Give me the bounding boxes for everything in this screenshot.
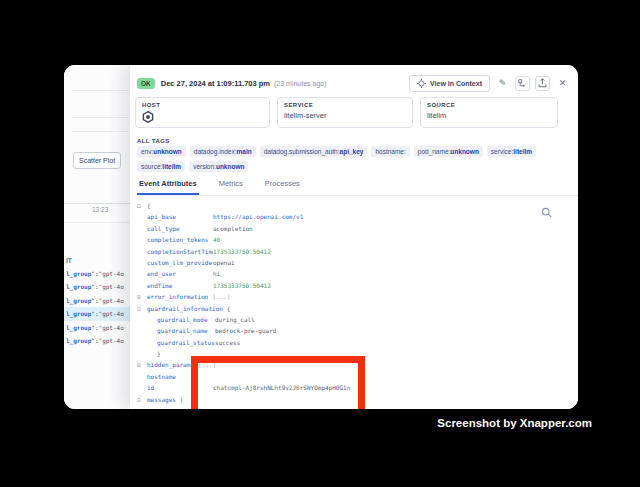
list-item-key: l_group bbox=[66, 324, 91, 331]
expand-icon[interactable] bbox=[137, 359, 147, 370]
attribute-key: custom_llm_provider bbox=[147, 257, 213, 268]
attribute-value: during_call bbox=[215, 314, 255, 325]
list-item-key: l_group bbox=[66, 297, 91, 304]
crosshair-icon bbox=[417, 79, 426, 88]
divider bbox=[72, 90, 128, 91]
view-in-context-button[interactable]: View in Context bbox=[409, 75, 490, 92]
collapse-icon[interactable] bbox=[137, 303, 147, 314]
tag-pill[interactable]: datadog.submission_authapi_key bbox=[260, 146, 368, 157]
collapse-icon[interactable] bbox=[137, 200, 147, 211]
tab-bar: Event Attributes Metrics Processes bbox=[137, 175, 578, 196]
attribute-key: guardrail_status bbox=[157, 337, 215, 348]
close-icon[interactable]: ✕ bbox=[555, 76, 570, 91]
attribute-key: guardrail_name bbox=[157, 325, 215, 336]
service-card-value: litellm-server bbox=[284, 111, 406, 120]
attribute-row: call_typeacompletion bbox=[137, 223, 564, 234]
attribute-value: 40 bbox=[213, 234, 220, 245]
tag-key: source bbox=[141, 163, 162, 170]
attribute-key: messages bbox=[147, 394, 176, 405]
tag-key: env bbox=[141, 148, 153, 155]
tag-pill[interactable]: servicelitellm bbox=[487, 146, 536, 157]
tag-key: datadog.index bbox=[194, 148, 237, 155]
event-list: l_group":"gpt-4o l_group":"gpt-4o l_grou… bbox=[64, 267, 130, 347]
tag-value: litellm bbox=[162, 163, 181, 170]
attribute-key: call_type bbox=[147, 223, 213, 234]
event-time-ago: (23 minutes ago) bbox=[274, 80, 327, 87]
highlight-annotation-box bbox=[191, 356, 365, 409]
open-brace: { bbox=[227, 303, 231, 314]
attribute-value-link[interactable]: https://api.openai.com/v1 bbox=[213, 211, 303, 222]
tag-pill[interactable]: versionunknown bbox=[189, 161, 248, 172]
chart-axis-line bbox=[64, 203, 130, 204]
list-item-text: ":"gpt-4o bbox=[91, 270, 124, 277]
attribute-row: end_userhi bbox=[137, 268, 564, 279]
list-item-text: ":"gpt-4o bbox=[91, 310, 124, 317]
list-item-key: l_group bbox=[66, 337, 91, 344]
tag-pill[interactable]: sourcelitellm bbox=[137, 161, 185, 172]
open-brace: { bbox=[147, 200, 151, 211]
attribute-row: completionStartTime1735333750.50412 bbox=[137, 246, 564, 257]
tag-pill[interactable]: pod_nameunknown bbox=[414, 146, 483, 157]
background-app-pane: Scatter Plot 13:23 IT l_group":"gpt-4o l… bbox=[64, 65, 130, 409]
collapsed-hint: [...] bbox=[212, 291, 230, 302]
app-window: Scatter Plot 13:23 IT l_group":"gpt-4o l… bbox=[64, 65, 578, 409]
list-item[interactable]: l_group":"gpt-4o bbox=[64, 267, 130, 280]
attribute-row: custom_llm_provideropenai bbox=[137, 257, 564, 268]
tag-pill[interactable]: hostname bbox=[371, 146, 409, 157]
collapse-icon[interactable] bbox=[137, 394, 147, 405]
tab-event-attributes[interactable]: Event Attributes bbox=[137, 175, 199, 195]
list-item-text: ":"gpt-4o bbox=[91, 283, 124, 290]
tag-key: hostname bbox=[375, 148, 405, 155]
divider bbox=[72, 117, 128, 118]
attribute-row-object: guardrail_information{ bbox=[137, 303, 564, 314]
attribute-key: error_information bbox=[147, 291, 208, 302]
export-icon[interactable] bbox=[535, 76, 550, 91]
json-root-row: { bbox=[137, 200, 564, 211]
list-item-key: l_group bbox=[66, 310, 91, 317]
trace-branch-icon bbox=[518, 79, 527, 88]
list-item[interactable]: l_group":"gpt-4o bbox=[64, 294, 130, 307]
list-item[interactable]: l_group":"gpt-4o bbox=[64, 334, 130, 347]
source-card[interactable]: SOURCE litellm bbox=[420, 97, 558, 128]
header-actions: View in Context ✎ ✕ bbox=[409, 75, 570, 92]
list-item[interactable]: l_group":"gpt-4o bbox=[64, 321, 130, 334]
list-item-key: l_group bbox=[66, 283, 91, 290]
scatter-plot-button[interactable]: Scatter Plot bbox=[73, 152, 121, 169]
service-card-label: SERVICE bbox=[284, 102, 406, 108]
attribute-row-collapsed: error_information[...] bbox=[137, 291, 564, 302]
list-item-text: ":"gpt-4o bbox=[91, 297, 124, 304]
tag-value: unknown bbox=[153, 148, 182, 155]
event-header: OK Dec 27, 2024 at 1:09:11.703 pm (23 mi… bbox=[137, 74, 570, 92]
list-item[interactable]: l_group":"gpt-4o bbox=[64, 280, 130, 293]
tag-value: api_key bbox=[340, 148, 364, 155]
host-card[interactable]: HOST bbox=[135, 97, 270, 128]
tag-key: version bbox=[193, 163, 216, 170]
expand-icon[interactable] bbox=[137, 291, 147, 302]
list-column-header: IT bbox=[66, 257, 72, 264]
attribute-row: guardrail_modeduring_call bbox=[137, 314, 564, 325]
attribute-key: end_user bbox=[147, 268, 213, 279]
attribute-value: success bbox=[215, 337, 240, 348]
attribute-value: acompletion bbox=[213, 223, 253, 234]
related-traces-icon[interactable] bbox=[515, 76, 530, 91]
list-item-text: ":"gpt-4o bbox=[91, 324, 124, 331]
list-item-selected[interactable]: l_group":"gpt-4o bbox=[64, 307, 130, 320]
tag-pill[interactable]: datadog.indexmain bbox=[190, 146, 256, 157]
service-card[interactable]: SERVICE litellm-server bbox=[277, 97, 413, 128]
tab-metrics[interactable]: Metrics bbox=[217, 175, 245, 195]
attribute-key: hidden_params bbox=[147, 359, 194, 370]
attribute-value: bedrock-pre-guard bbox=[215, 325, 276, 336]
attribute-key: api_base bbox=[147, 211, 213, 222]
tag-value: litellm bbox=[513, 148, 532, 155]
host-hexagon-icon bbox=[142, 111, 263, 125]
attribute-key: completionStartTime bbox=[147, 246, 213, 257]
tag-pill[interactable]: envunknown bbox=[137, 146, 186, 157]
tag-value: unknown bbox=[450, 148, 479, 155]
open-bracket: [ bbox=[180, 394, 184, 405]
tab-processes[interactable]: Processes bbox=[263, 175, 302, 195]
tag-key: datadog.submission_auth bbox=[264, 148, 340, 155]
tag-value: unknown bbox=[216, 163, 245, 170]
event-timestamp: Dec 27, 2024 at 1:09:11.703 pm bbox=[161, 79, 270, 88]
edit-icon[interactable]: ✎ bbox=[495, 76, 510, 91]
close-brace: } bbox=[157, 348, 161, 359]
